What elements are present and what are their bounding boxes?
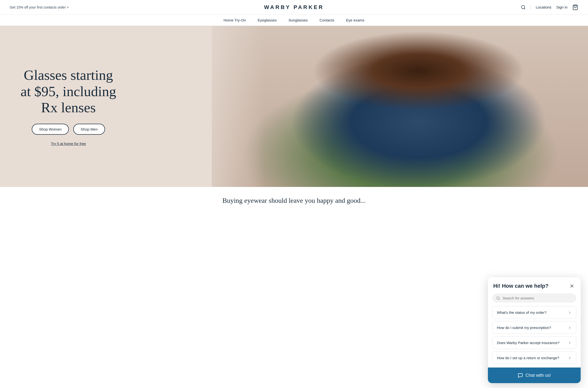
promo-text[interactable]: Get 15% off your first contacts order > bbox=[10, 5, 69, 9]
cart-icon bbox=[572, 4, 578, 10]
main-nav: Home Try-On Eyeglasses Sunglasses Contac… bbox=[0, 15, 588, 26]
bottom-tagline: Buying eyewear should leave you happy an… bbox=[20, 197, 568, 204]
divider bbox=[531, 5, 531, 10]
top-bar-actions: Locations Sign in bbox=[521, 4, 578, 10]
shop-men-button[interactable]: Shop Men bbox=[73, 124, 105, 135]
nav-eye-exams[interactable]: Eye exams bbox=[346, 18, 365, 22]
site-logo[interactable]: WARBY PARKER bbox=[264, 4, 324, 10]
nav-eyeglasses[interactable]: Eyeglasses bbox=[258, 18, 277, 22]
bottom-section: Buying eyewear should leave you happy an… bbox=[0, 187, 588, 209]
nav-sunglasses[interactable]: Sunglasses bbox=[288, 18, 308, 22]
search-button[interactable] bbox=[521, 5, 526, 10]
signin-link[interactable]: Sign in bbox=[556, 5, 567, 9]
locations-link[interactable]: Locations bbox=[536, 5, 551, 9]
hero-image bbox=[212, 26, 588, 187]
svg-line-1 bbox=[524, 8, 525, 9]
hero-headline: Glasses starting at $95, including Rx le… bbox=[20, 67, 117, 116]
nav-home-try-on[interactable]: Home Try-On bbox=[224, 18, 246, 22]
nav-contacts[interactable]: Contacts bbox=[320, 18, 334, 22]
top-bar: Get 15% off your first contacts order > … bbox=[0, 0, 588, 15]
search-icon bbox=[521, 5, 526, 10]
hero-section: Glasses starting at $95, including Rx le… bbox=[0, 26, 588, 187]
hero-content: Glasses starting at $95, including Rx le… bbox=[0, 67, 117, 146]
try-home-link[interactable]: Try 5 at home for free bbox=[20, 142, 117, 146]
shop-women-button[interactable]: Shop Women bbox=[32, 124, 69, 135]
hero-buttons: Shop Women Shop Men bbox=[20, 124, 117, 135]
cart-button[interactable] bbox=[572, 4, 578, 10]
